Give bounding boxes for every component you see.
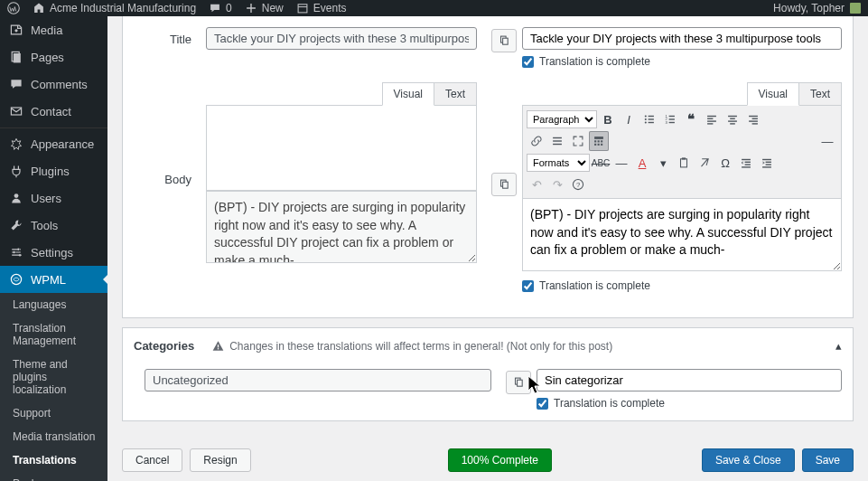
category-target-input[interactable] <box>537 369 842 391</box>
wp-logo[interactable] <box>7 2 20 14</box>
bullet-list-button[interactable] <box>639 109 659 129</box>
events-link[interactable]: Events <box>296 2 347 14</box>
strikethrough-button[interactable]: ABC <box>591 153 611 173</box>
category-complete-check[interactable]: Translation is complete <box>537 397 842 410</box>
svg-text:3: 3 <box>665 120 667 125</box>
copy-title-button[interactable] <box>491 29 517 52</box>
sidebar-item-users[interactable]: Users <box>0 184 107 212</box>
svg-rect-24 <box>669 118 675 119</box>
link-button[interactable] <box>527 131 546 151</box>
sidebar-item-wpml[interactable]: WPML <box>0 266 107 293</box>
redo-button[interactable]: ↷ <box>547 174 567 194</box>
svg-rect-51 <box>742 159 751 160</box>
submenu-theme-localization[interactable]: Theme and plugins localization <box>0 353 107 401</box>
undo-button[interactable]: ↶ <box>527 174 546 194</box>
avatar[interactable] <box>850 3 861 14</box>
submenu-packages[interactable]: Packages <box>0 472 107 481</box>
target-tab-visual[interactable]: Visual <box>747 82 799 106</box>
hr-button[interactable]: — <box>817 131 837 151</box>
quote-button[interactable]: ❝ <box>681 109 701 129</box>
resign-button[interactable]: Resign <box>190 448 250 472</box>
svg-rect-29 <box>707 120 716 121</box>
source-tab-visual[interactable]: Visual <box>382 82 434 106</box>
textcolor-dropdown[interactable]: ▾ <box>653 153 673 173</box>
new-content[interactable]: New <box>245 2 284 14</box>
title-complete-check[interactable]: Translation is complete <box>522 55 842 68</box>
sidebar-item-pages[interactable]: Pages <box>0 43 107 71</box>
categories-panel: Categories Changes in these translations… <box>122 327 854 421</box>
svg-rect-64 <box>518 380 523 386</box>
help-button[interactable]: ? <box>568 174 588 194</box>
sidebar-item-tools[interactable]: Tools <box>0 212 107 239</box>
editor-toolbar: Paragraph B I 123 ❝ — <box>522 106 842 199</box>
align-right-button[interactable] <box>743 109 763 129</box>
svg-rect-16 <box>649 116 654 117</box>
body-target-editor[interactable]: (BPT) - DIY projects are surging in popu… <box>522 199 842 271</box>
svg-rect-62 <box>218 348 219 349</box>
sidebar-item-comments[interactable]: Comments <box>0 71 107 98</box>
svg-rect-43 <box>594 140 596 142</box>
title-target-input[interactable] <box>522 27 842 50</box>
cancel-button[interactable]: Cancel <box>122 448 182 472</box>
hr-button-2[interactable]: — <box>611 153 631 173</box>
svg-rect-1 <box>298 5 307 13</box>
italic-button[interactable]: I <box>619 109 639 129</box>
bold-button[interactable]: B <box>598 109 618 129</box>
svg-rect-52 <box>745 162 751 163</box>
svg-rect-37 <box>749 120 758 121</box>
svg-rect-36 <box>752 118 758 119</box>
target-tab-text[interactable]: Text <box>798 82 842 105</box>
svg-point-9 <box>19 254 21 256</box>
body-complete-check[interactable]: Translation is complete <box>522 279 842 292</box>
copy-category-button[interactable] <box>506 371 531 394</box>
align-left-button[interactable] <box>702 109 722 129</box>
admin-sidebar: Media Pages Comments Contact Appearance … <box>0 16 107 481</box>
body-label: Body <box>134 82 206 186</box>
sidebar-item-media[interactable]: Media <box>0 16 107 43</box>
copy-body-button[interactable] <box>491 173 517 196</box>
svg-rect-33 <box>728 120 737 121</box>
complete-badge[interactable]: 100% Complete <box>448 448 552 472</box>
formats-select[interactable]: Formats <box>527 154 590 172</box>
svg-rect-61 <box>218 344 219 347</box>
align-center-button[interactable] <box>723 109 742 129</box>
save-close-button[interactable]: Save & Close <box>702 448 795 472</box>
submenu-media-translation[interactable]: Media translation <box>0 425 107 448</box>
submenu-translation-management[interactable]: Translation Management <box>0 316 107 353</box>
svg-point-2 <box>14 29 17 32</box>
sidebar-item-appearance[interactable]: Appearance <box>0 127 107 157</box>
translation-footer: Cancel Resign 100% Complete Save & Close… <box>107 441 868 481</box>
svg-point-17 <box>645 118 647 120</box>
svg-rect-54 <box>742 166 751 167</box>
svg-rect-49 <box>681 159 687 167</box>
outdent-button[interactable] <box>736 153 756 173</box>
categories-toggle[interactable]: ▴ <box>835 339 842 353</box>
fullscreen-button[interactable] <box>568 131 588 151</box>
submenu-translations[interactable]: Translations <box>0 448 107 472</box>
howdy-text[interactable]: Howdy, Topher <box>773 2 845 14</box>
indent-button[interactable] <box>757 153 777 173</box>
source-tab-text[interactable]: Text <box>434 82 477 105</box>
special-char-button[interactable]: Ω <box>715 153 735 173</box>
toolbar-toggle-button[interactable] <box>589 131 609 151</box>
number-list-button[interactable]: 123 <box>660 109 680 129</box>
save-button[interactable]: Save <box>802 448 854 472</box>
svg-point-19 <box>645 121 647 123</box>
submenu-languages[interactable]: Languages <box>0 293 107 316</box>
svg-rect-42 <box>594 137 603 139</box>
comments-bubble[interactable]: 0 <box>209 2 232 14</box>
site-name[interactable]: Acme Industrial Manufacturing <box>33 2 196 14</box>
svg-point-7 <box>17 249 19 250</box>
readmore-button[interactable] <box>547 131 567 151</box>
paragraph-select[interactable]: Paragraph <box>527 110 597 128</box>
paste-button[interactable] <box>674 153 694 173</box>
submenu-support[interactable]: Support <box>0 401 107 425</box>
textcolor-button[interactable]: A <box>632 153 652 173</box>
sidebar-item-plugins[interactable]: Plugins <box>0 157 107 184</box>
sidebar-item-contact[interactable]: Contact <box>0 98 107 125</box>
clear-formatting-button[interactable] <box>695 153 714 173</box>
svg-rect-18 <box>649 118 654 119</box>
svg-rect-34 <box>730 123 735 124</box>
sidebar-item-settings[interactable]: Settings <box>0 239 107 266</box>
svg-rect-35 <box>749 116 758 117</box>
